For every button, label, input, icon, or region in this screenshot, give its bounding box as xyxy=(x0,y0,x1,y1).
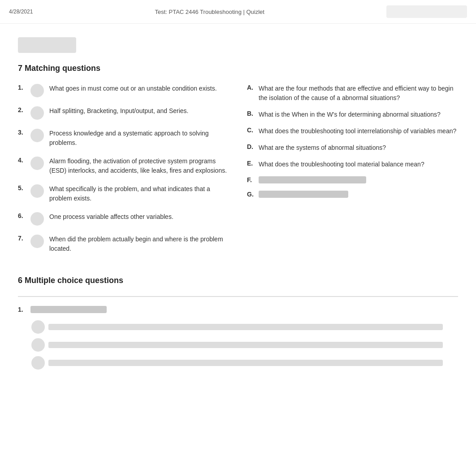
answer-item: B. What is the When in the W's for deter… xyxy=(247,110,458,119)
mc-question-number: 1. xyxy=(18,306,27,313)
list-item: 6. One process variable affects other va… xyxy=(18,212,229,226)
answer-bubble[interactable] xyxy=(30,157,44,170)
list-item: 1. What goes in must come out or an unst… xyxy=(18,84,229,97)
matching-questions-col: 1. What goes in must come out or an unst… xyxy=(18,84,229,267)
question-text: What goes in must come out or an unstabl… xyxy=(49,84,229,93)
question-text: Alarm flooding, the activation of protec… xyxy=(49,157,229,175)
answer-item: C. What does the troubleshooting tool in… xyxy=(247,126,458,136)
question-text: When did the problem actually begin and … xyxy=(49,235,229,253)
question-text: What specifically is the problem, and wh… xyxy=(49,184,229,203)
mc-option-row xyxy=(31,338,458,352)
mc-option-bubble[interactable] xyxy=(31,356,45,370)
answer-text: What does the troubleshooting tool mater… xyxy=(259,160,424,169)
mc-option-text xyxy=(48,342,443,348)
answer-bubble[interactable] xyxy=(30,235,44,248)
matching-section: 1. What goes in must come out or an unst… xyxy=(18,84,458,267)
answer-letter: D. xyxy=(247,143,256,150)
answer-bubble[interactable] xyxy=(30,106,44,120)
mc-option-bubble[interactable] xyxy=(31,320,45,334)
answer-text: What does the troubleshooting tool inter… xyxy=(259,126,456,136)
question-number: 4. xyxy=(18,157,27,164)
blurred-answer-f xyxy=(259,176,366,183)
mc-option-bubble[interactable] xyxy=(31,338,45,352)
list-item: 4. Alarm flooding, the activation of pro… xyxy=(18,157,229,175)
blurred-answer-g xyxy=(259,191,348,198)
answer-letter: F. xyxy=(247,176,256,183)
section-divider xyxy=(18,296,458,297)
answer-text: What are the four methods that are effec… xyxy=(259,84,458,103)
answer-bubble[interactable] xyxy=(30,129,44,142)
question-text: One process variable affects other varia… xyxy=(49,212,229,222)
question-number: 6. xyxy=(18,212,27,219)
header-logo xyxy=(386,5,467,18)
mc-section-title: 6 Multiple choice questions xyxy=(18,276,458,285)
mc-options xyxy=(31,320,458,370)
answer-bubble[interactable] xyxy=(30,212,44,226)
mc-option-text xyxy=(48,360,443,366)
mc-option-row xyxy=(31,356,458,370)
answer-bubble[interactable] xyxy=(30,184,44,198)
page-header: 4/28/2021 Test: PTAC 2446 Troubleshootin… xyxy=(0,0,476,24)
questions-list: 1. What goes in must come out or an unst… xyxy=(18,84,229,253)
list-item: 2. Half splitting, Bracketing, Input/out… xyxy=(18,106,229,120)
question-number: 5. xyxy=(18,184,27,192)
answer-text: What is the When in the W's for determin… xyxy=(259,110,441,119)
answer-item: G. xyxy=(247,191,458,198)
answer-letter: E. xyxy=(247,160,256,167)
header-title: Test: PTAC 2446 Troubleshooting | Quizle… xyxy=(155,9,264,15)
question-number: 7. xyxy=(18,235,27,242)
blurred-mc-question xyxy=(30,306,107,313)
list-item: 3. Process knowledge and a systematic ap… xyxy=(18,129,229,148)
mc-question-item: 1. xyxy=(18,306,458,313)
page-content: 7 Matching questions 1. What goes in mus… xyxy=(0,24,476,388)
matching-section-title: 7 Matching questions xyxy=(18,64,458,73)
question-number: 2. xyxy=(18,106,27,113)
header-date: 4/28/2021 xyxy=(9,9,33,15)
mc-option-text xyxy=(48,324,443,330)
answer-letter: C. xyxy=(247,126,256,134)
answer-letter: B. xyxy=(247,110,256,117)
answer-letter: A. xyxy=(247,84,256,91)
site-logo xyxy=(18,37,76,53)
matching-answers-col: A. What are the four methods that are ef… xyxy=(247,84,458,267)
answer-bubble[interactable] xyxy=(30,84,44,97)
answer-item: F. xyxy=(247,176,458,183)
question-text: Process knowledge and a systematic appro… xyxy=(49,129,229,148)
question-number: 3. xyxy=(18,129,27,136)
mc-option-row xyxy=(31,320,458,334)
answer-letter: G. xyxy=(247,191,256,198)
list-item: 5. What specifically is the problem, and… xyxy=(18,184,229,203)
answer-item: E. What does the troubleshooting tool ma… xyxy=(247,160,458,169)
question-text: Half splitting, Bracketing, Input/output… xyxy=(49,106,229,116)
answer-text: What are the systems of abnormal situati… xyxy=(259,143,386,153)
list-item: 7. When did the problem actually begin a… xyxy=(18,235,229,253)
mc-section: 6 Multiple choice questions 1. xyxy=(18,276,458,370)
answer-item: D. What are the systems of abnormal situ… xyxy=(247,143,458,153)
question-number: 1. xyxy=(18,84,27,91)
answer-item: A. What are the four methods that are ef… xyxy=(247,84,458,103)
